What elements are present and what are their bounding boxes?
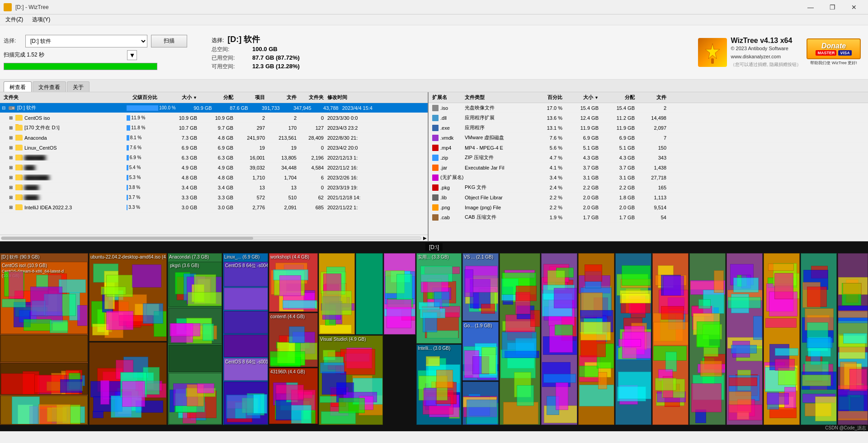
right-table-row[interactable]: (无扩展名) 3.4 % 3.1 GB 3.1 GB 27,718	[429, 173, 868, 183]
tm-block[interactable]	[224, 382, 268, 424]
left-hscrollbar[interactable]: ▶	[0, 235, 428, 241]
menu-file[interactable]: 文件(Z)	[2, 15, 27, 24]
tm-block[interactable]: 实用... (3.3 GB)	[416, 253, 462, 344]
header-rpct[interactable]: 百分比	[533, 94, 564, 101]
donate-button[interactable]: Donate MASTER VISA	[807, 38, 861, 59]
left-table-row[interactable]: ⊟ [D:] 软件 100.0 % 90.9 GB 87.6 GB 391,73…	[0, 103, 428, 113]
tm-block[interactable]	[652, 253, 689, 425]
tm-block[interactable]	[224, 335, 268, 357]
left-scrollbar-thumb[interactable]	[1, 237, 253, 240]
left-table-row[interactable]: ⊞ ████ 3.7 % 3.3 GB 3.3 GB 572 510 62 20…	[0, 193, 428, 203]
tm-block[interactable]	[615, 253, 651, 425]
tm-block[interactable]: VS ... (2.1 GB)	[462, 253, 499, 321]
header-dirs[interactable]: 文件夹	[298, 94, 326, 101]
close-button[interactable]: ✕	[844, 1, 864, 14]
right-table-row[interactable]: .png Image (png) File 2.2 % 2.0 GB 2.0 G…	[429, 203, 868, 212]
tm-block[interactable]	[541, 253, 577, 425]
right-table-row[interactable]: .dll 应用程序扩展 13.6 % 12.4 GB 11.2 GB 14,49…	[429, 113, 868, 123]
right-table-row[interactable]: .pkg PKG 文件 2.4 % 2.2 GB 2.2 GB 165	[429, 183, 868, 193]
tm-block[interactable]: Anaconda\ (7.3 GB)pkgs\ (3.6 GB)	[168, 253, 222, 425]
maximize-button[interactable]: ❐	[822, 1, 843, 14]
left-table-row[interactable]: ⊞ [170 文件在 D:\] 11.8 % 10.7 GB 9.7 GB 29…	[0, 123, 428, 133]
tm-block[interactable]	[0, 335, 88, 362]
tm-block[interactable]: CentOS 8 64位 -s004.vmdk (2.1 GB)	[224, 262, 268, 287]
left-table-row[interactable]: ⊞ Anaconda 8.1 % 7.3 GB 4.8 GB 241,970 2…	[0, 133, 428, 143]
right-table-row[interactable]: .zip ZIP 压缩文件 4.7 % 4.3 GB 4.3 GB 343	[429, 153, 868, 163]
tm-block[interactable]	[384, 253, 415, 335]
tm-block[interactable]: Intelli... (3.0 GB)	[416, 344, 462, 425]
header-items[interactable]: 项目	[235, 94, 267, 101]
scan-button[interactable]: 扫描	[151, 35, 187, 47]
tree-toggle[interactable]: ⊞	[9, 145, 14, 150]
tree-toggle[interactable]: ⊞	[9, 195, 14, 200]
tm-block[interactable]	[689, 253, 726, 425]
left-table-row[interactable]: ⊞ ████ 3.8 % 3.4 GB 3.4 GB 13 13 0 2023/…	[0, 183, 428, 193]
header-rsize[interactable]: 大小 ▼	[564, 94, 600, 101]
header-ftype[interactable]: 文件类型	[465, 94, 533, 101]
tm-block[interactable]	[0, 396, 88, 424]
tree-toggle[interactable]: ⊞	[9, 135, 14, 140]
tm-block[interactable]: ubuntu-22.04.2-desktop-amd64.iso (4.6 GB…	[89, 253, 167, 341]
tm-block[interactable]	[356, 253, 383, 335]
right-table-row[interactable]: .vmdk VMware 虚拟磁盘 7.6 % 6.9 GB 6.9 GB 7	[429, 133, 868, 143]
left-table-row[interactable]: ⊞ CentOS iso 11.9 % 10.9 GB 10.9 GB 2 2 …	[0, 113, 428, 123]
header-files[interactable]: 文件	[267, 94, 298, 101]
header-alloc[interactable]: 分配	[199, 94, 235, 101]
tm-block[interactable]	[89, 342, 167, 425]
tm-block[interactable]: content\ (4.4 GB)	[269, 313, 318, 367]
tm-block[interactable]: 431960\ (4.4 GB)	[269, 368, 318, 424]
filter-icon[interactable]: ▼	[127, 50, 137, 60]
tm-block[interactable]	[838, 253, 868, 425]
tree-toggle[interactable]: ⊞	[9, 125, 14, 130]
left-scrollbar-track[interactable]	[1, 236, 421, 240]
tab-about[interactable]: 关于	[67, 81, 90, 92]
tree-toggle[interactable]: ⊞	[9, 185, 14, 190]
header-ralloc[interactable]: 分配	[600, 94, 637, 101]
minimize-button[interactable]: —	[800, 1, 821, 14]
header-mtime[interactable]: 修改时间	[326, 94, 428, 101]
tree-toggle[interactable]: ⊞	[9, 205, 14, 210]
tm-block[interactable]	[224, 287, 268, 310]
header-ext[interactable]: 扩展名	[429, 94, 465, 101]
left-scroll-right[interactable]: ▶	[423, 236, 427, 240]
tm-block[interactable]	[462, 382, 499, 425]
right-table-row[interactable]: .iso 光盘映像文件 17.0 % 15.4 GB 15.4 GB 2	[429, 103, 868, 113]
right-table-row[interactable]: .mp4 MP4 - MPEG-4 E 5.6 % 5.1 GB 5.1 GB …	[429, 143, 868, 153]
left-table-row[interactable]: ⊞ ██████ 6.9 % 6.3 GB 6.3 GB 16,001 13,8…	[0, 153, 428, 163]
tree-toggle[interactable]: ⊞	[9, 115, 14, 120]
tm-block[interactable]	[500, 253, 540, 425]
tm-block[interactable]: CentOS iso\ (10.9 GB)CentOS-Stream-8-x86…	[0, 262, 88, 334]
tm-block[interactable]	[764, 253, 800, 425]
tm-block[interactable]	[169, 308, 222, 344]
tab-file-view[interactable]: 文件查看	[33, 81, 66, 92]
left-table-row[interactable]: ⊞ ███ 5.4 % 4.9 GB 4.9 GB 39,032 34,448 …	[0, 163, 428, 173]
tm-block[interactable]	[319, 253, 355, 335]
menu-options[interactable]: 选项(Y)	[28, 15, 54, 24]
tree-toggle[interactable]: ⊞	[9, 155, 14, 160]
tm-block[interactable]: [D:] 软件 (90.9 GB)CentOS iso\ (10.9 GB)Ce…	[0, 253, 88, 425]
tree-toggle[interactable]: ⊟	[2, 105, 7, 110]
tm-block[interactable]: workshop\ (4.4 GB)	[269, 253, 318, 312]
tree-toggle[interactable]: ⊞	[9, 165, 14, 170]
tm-block[interactable]: Linux_... (6.9 GB)CentOS 8 64位 -s004.vmd…	[223, 253, 268, 425]
right-table-row[interactable]: .lib Object File Librar 2.2 % 2.0 GB 1.8…	[429, 193, 868, 203]
right-table-row[interactable]: .cab CAB 压缩文件 1.9 % 1.7 GB 1.7 GB 54	[429, 212, 868, 222]
tm-block[interactable]	[169, 373, 222, 424]
left-table-row[interactable]: ⊞ ███████ 5.3 % 4.8 GB 4.8 GB 1,710 1,70…	[0, 173, 428, 183]
left-table-row[interactable]: ⊞ IntelliJ IDEA 2022.2.3 3.3 % 3.0 GB 3.…	[0, 203, 428, 212]
tm-block[interactable]: Visual Studio\ (4.9 GB)	[319, 335, 383, 425]
left-table-row[interactable]: ⊞ Linux_CentOS 7.6 % 6.9 GB 6.9 GB 19 19…	[0, 143, 428, 153]
tm-block[interactable]	[801, 253, 837, 425]
right-table-row[interactable]: .jar Executable Jar Fil 4.1 % 3.7 GB 3.7…	[429, 163, 868, 173]
tm-block[interactable]	[224, 311, 268, 334]
header-size[interactable]: 大小 ▼	[163, 94, 199, 101]
tm-block[interactable]	[578, 253, 614, 425]
tm-block[interactable]: pkgs\ (3.6 GB)	[169, 262, 222, 307]
tm-block[interactable]: Go... (1.9 GB)	[462, 322, 499, 381]
header-pct[interactable]: 父级百分比	[127, 94, 163, 101]
tm-block[interactable]	[169, 345, 222, 372]
treemap-container[interactable]: [D:] 软件 (90.9 GB)CentOS iso\ (10.9 GB)Ce…	[0, 253, 868, 424]
tab-tree-view[interactable]: 树查看	[4, 81, 32, 92]
tm-block[interactable]	[726, 253, 763, 425]
header-rfiles[interactable]: 文件	[637, 94, 668, 101]
